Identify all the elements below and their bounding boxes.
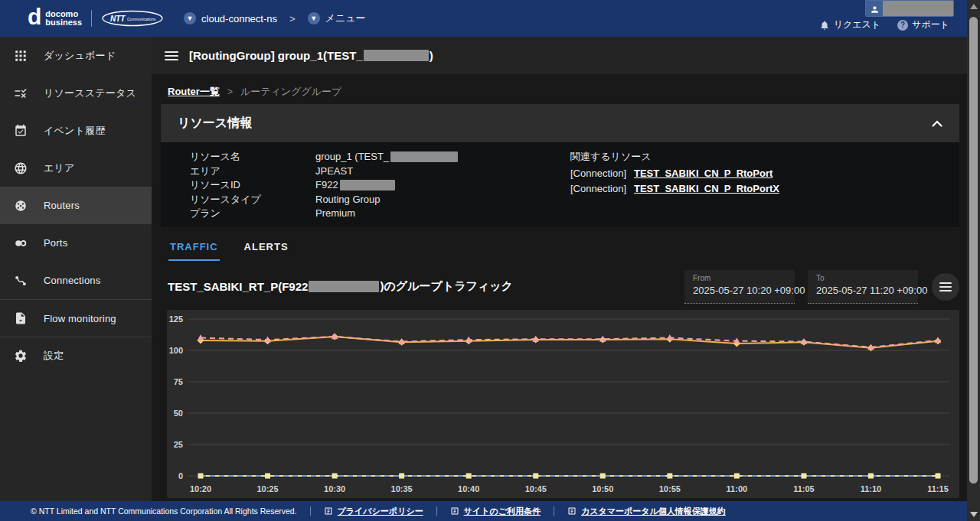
topbar-actions: リクエスト ? サポート <box>819 18 949 31</box>
request-button[interactable]: リクエスト <box>819 18 880 31</box>
page-title: [RoutingGroup] group_1(TEST_ ) <box>189 49 433 62</box>
service-name: cloud-connect-ns <box>201 13 277 24</box>
svg-text:100: 100 <box>169 346 183 355</box>
svg-text:11:10: 11:10 <box>861 484 882 493</box>
external-doc-icon <box>450 506 459 516</box>
ports-icon <box>11 234 30 252</box>
account-box[interactable] <box>865 0 954 17</box>
terms-of-use-link[interactable]: サイトのご利用条件 <box>450 506 541 517</box>
related-item: [Connection] TEST_SABIKI_CN_P_RtoPortX <box>570 183 779 194</box>
scroll-down-arrow-icon[interactable] <box>970 512 978 517</box>
field-area: エリア JPEAST <box>190 164 570 179</box>
sidebar-item-resource-status[interactable]: リソースステータス <box>0 74 152 112</box>
person-icon <box>866 1 883 17</box>
privacy-policy-link[interactable]: プライバシーポリシー <box>324 506 423 517</box>
account-name-redacted <box>883 1 953 17</box>
svg-text:125: 125 <box>169 314 183 324</box>
svg-text:10:20: 10:20 <box>190 484 211 493</box>
question-icon: ? <box>897 20 908 31</box>
resource-panel-header[interactable]: リソース情報 <box>161 104 959 142</box>
resource-info-panel: リソース情報 リソース名 group_1 (TEST_ エリア JPEAST <box>161 104 959 227</box>
svg-text:10:35: 10:35 <box>391 484 413 493</box>
from-date-field[interactable]: From 2025-05-27 10:20 +09:00 <box>684 270 795 304</box>
chevron-circle-icon: ▼ <box>184 12 196 24</box>
content-header: [RoutingGroup] group_1(TEST_ ) <box>152 37 980 74</box>
svg-text:10:25: 10:25 <box>256 484 278 493</box>
svg-text:11:05: 11:05 <box>793 484 815 493</box>
topbar-divider <box>91 10 92 27</box>
main-content: [RoutingGroup] group_1(TEST_ ) Router一覧 … <box>152 37 980 521</box>
breadcrumb-separator: > <box>227 86 233 97</box>
sidebar-item-area[interactable]: エリア <box>0 149 152 187</box>
breadcrumb-current: ルーティンググループ <box>240 85 341 99</box>
gear-icon <box>11 347 30 365</box>
chevron-up-icon[interactable] <box>932 120 942 127</box>
support-button[interactable]: ? サポート <box>897 18 949 31</box>
field-resource-type: リソースタイプ Routing Group <box>190 193 570 207</box>
traffic-chart[interactable]: 025507510012510:2010:2510:3010:3510:4010… <box>167 310 959 498</box>
field-plan: プラン Premium <box>190 207 570 221</box>
external-doc-icon <box>567 506 577 516</box>
sidebar-item-dashboard[interactable]: ダッシュボード <box>0 37 152 74</box>
scroll-up-arrow-icon[interactable] <box>970 4 978 9</box>
chart-title-redacted <box>309 281 379 292</box>
svg-text:10:45: 10:45 <box>525 484 547 493</box>
app-window: d docomo business NTT Communications ▼ c… <box>0 0 980 521</box>
topbar-separator: > <box>289 13 296 24</box>
chevron-circle-icon: ▼ <box>308 12 320 24</box>
vertical-scrollbar[interactable] <box>967 0 980 521</box>
svg-text:75: 75 <box>174 377 183 386</box>
field-resource-id: リソースID F922 <box>190 178 570 193</box>
sidebar-item-ports[interactable]: Ports <box>0 224 152 262</box>
breadcrumb-router-list-link[interactable]: Router一覧 <box>168 85 220 99</box>
ntt-communications-logo: NTT Communications <box>101 10 164 27</box>
dashboard-grid-icon <box>11 47 30 65</box>
title-redacted <box>364 50 429 61</box>
sidebar-item-routers[interactable]: Routers <box>0 187 152 224</box>
sidebar-item-event-history[interactable]: イベント履歴 <box>0 112 152 149</box>
router-hub-icon <box>11 197 30 215</box>
svg-text:10:40: 10:40 <box>458 484 479 493</box>
from-date-value: 2025-05-27 10:20 +09:00 <box>693 285 786 296</box>
personal-info-policy-link[interactable]: カスタマーポータル個人情報保護規約 <box>567 506 726 517</box>
to-date-field[interactable]: To 2025-05-27 11:20 +09:00 <box>808 270 918 304</box>
connection-link-icon <box>11 272 30 290</box>
ntt-logo-text: Communications <box>127 17 156 21</box>
topbar-crumb-service[interactable]: ▼ cloud-connect-ns <box>184 12 277 24</box>
resource-panel-title: リソース情報 <box>178 116 932 132</box>
chart-menu-button[interactable] <box>932 273 959 301</box>
to-date-value: 2025-05-27 11:20 +09:00 <box>816 285 910 296</box>
related-resources-title: 関連するリソース <box>570 150 779 164</box>
tab-bar: TRAFFIC ALERTS <box>168 241 980 261</box>
scrollbar-thumb[interactable] <box>969 17 978 484</box>
svg-text:50: 50 <box>174 409 183 418</box>
sidebar-item-settings[interactable]: 設定 <box>0 337 152 374</box>
sidebar-item-connections[interactable]: Connections <box>0 262 152 299</box>
svg-text:0: 0 <box>178 471 183 480</box>
svg-text:10:55: 10:55 <box>659 484 681 493</box>
rule-checklist-icon <box>11 84 30 103</box>
related-item: [Connection] TEST_SABIKI_CN_P_RtoPort <box>570 168 779 179</box>
resource-fields: リソース名 group_1 (TEST_ エリア JPEAST リソースID F… <box>190 150 570 221</box>
tab-alerts[interactable]: ALERTS <box>243 241 290 261</box>
traffic-line-chart: 025507510012510:2010:2510:3010:3510:4010… <box>167 310 959 498</box>
topbar-crumb-menu[interactable]: ▼ メニュー <box>308 11 366 25</box>
sidebar-item-flow-monitoring[interactable]: Flow monitoring <box>0 299 152 337</box>
calendar-check-icon <box>11 122 30 140</box>
svg-text:10:30: 10:30 <box>324 484 345 493</box>
connection-link-1[interactable]: TEST_SABIKI_CN_P_RtoPort <box>634 168 773 179</box>
svg-text:10:50: 10:50 <box>592 484 613 493</box>
tab-traffic[interactable]: TRAFFIC <box>168 241 220 261</box>
traffic-section-header: TEST_SABIKI_RT_P(F922 )のグループトラフィック From … <box>152 270 980 304</box>
topbar: d docomo business NTT Communications ▼ c… <box>0 0 980 37</box>
connection-link-2[interactable]: TEST_SABIKI_CN_P_RtoPortX <box>634 183 779 194</box>
breadcrumb: Router一覧 > ルーティンググループ <box>168 85 980 99</box>
chart-menu-icon <box>939 282 952 291</box>
document-icon <box>11 309 30 327</box>
hamburger-menu-icon[interactable] <box>165 51 178 60</box>
footer: © NTT Limited and NTT Communications Cor… <box>0 501 980 521</box>
bell-icon <box>819 20 830 31</box>
brand-line2: business <box>45 18 82 27</box>
resource-panel-body: リソース名 group_1 (TEST_ エリア JPEAST リソースID F… <box>161 142 959 227</box>
globe-icon <box>11 159 30 177</box>
